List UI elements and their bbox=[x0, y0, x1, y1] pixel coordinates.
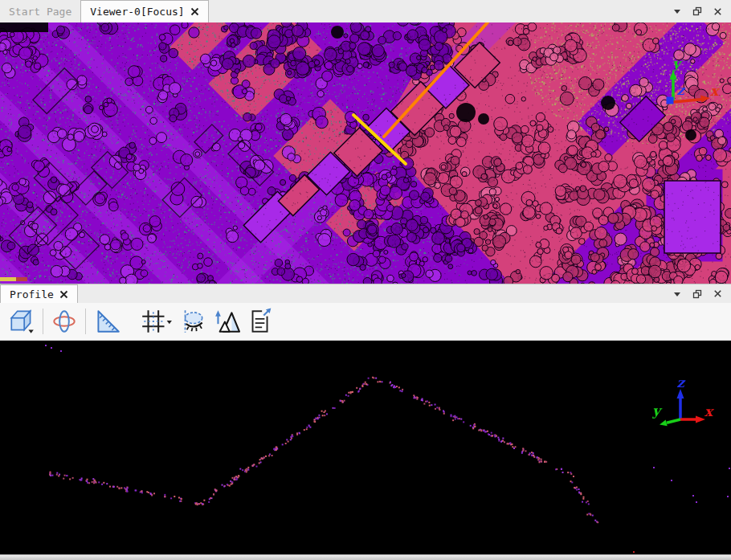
tab-profile[interactable]: Profile bbox=[0, 284, 78, 303]
measure-button[interactable] bbox=[90, 305, 124, 338]
profile-canvas[interactable] bbox=[0, 341, 731, 554]
point-cloud-viewport: y x z bbox=[0, 22, 731, 284]
status-strip bbox=[0, 554, 731, 560]
toolbar-separator bbox=[43, 309, 43, 334]
close-icon bbox=[713, 6, 723, 17]
profile-viewport: z x y bbox=[0, 341, 731, 554]
view-cube-button[interactable] bbox=[5, 305, 39, 338]
elevation-button[interactable] bbox=[209, 305, 243, 338]
tab-start-page-label: Start Page bbox=[9, 6, 71, 18]
close-icon[interactable] bbox=[59, 290, 68, 299]
viewer-window-controls bbox=[671, 0, 731, 22]
toolbar-separator bbox=[85, 309, 86, 334]
tab-viewer-0-label: Viewer-0[Focus] bbox=[90, 6, 184, 18]
report-button[interactable] bbox=[243, 305, 276, 338]
profile-tabbar: Profile bbox=[0, 284, 731, 303]
profile-window-controls bbox=[671, 284, 731, 303]
application-window: Start Page Viewer-0[Focus] bbox=[0, 0, 731, 560]
orbit-icon bbox=[50, 307, 79, 336]
measure-icon bbox=[92, 307, 121, 336]
hide-points-button[interactable] bbox=[175, 305, 209, 338]
tab-start-page[interactable]: Start Page bbox=[0, 0, 80, 22]
elevation-mountain-icon bbox=[211, 307, 240, 336]
viewer-canvas[interactable] bbox=[0, 22, 731, 284]
chevron-down-icon bbox=[672, 6, 683, 17]
report-icon bbox=[245, 307, 274, 336]
float-window-button[interactable] bbox=[691, 5, 704, 18]
close-dock-button[interactable] bbox=[711, 288, 724, 300]
close-icon bbox=[713, 288, 723, 299]
chevron-down-icon bbox=[672, 288, 683, 300]
dock-menu-button[interactable] bbox=[671, 288, 684, 300]
orbit-button[interactable] bbox=[47, 305, 81, 338]
float-window-icon bbox=[692, 6, 703, 17]
close-dock-button[interactable] bbox=[711, 5, 724, 18]
close-icon[interactable] bbox=[190, 7, 199, 16]
profile-toolbar bbox=[0, 303, 731, 341]
viewer-tabbar: Start Page Viewer-0[Focus] bbox=[0, 0, 731, 22]
view-cube-icon bbox=[7, 307, 36, 336]
grid-icon bbox=[139, 307, 173, 336]
float-window-button[interactable] bbox=[691, 288, 704, 300]
tab-viewer-0[interactable]: Viewer-0[Focus] bbox=[80, 0, 208, 22]
grid-settings-button[interactable] bbox=[137, 305, 175, 338]
hide-points-icon bbox=[178, 307, 206, 336]
dock-menu-button[interactable] bbox=[671, 5, 684, 18]
float-window-icon bbox=[692, 288, 703, 300]
tab-profile-label: Profile bbox=[10, 288, 54, 300]
